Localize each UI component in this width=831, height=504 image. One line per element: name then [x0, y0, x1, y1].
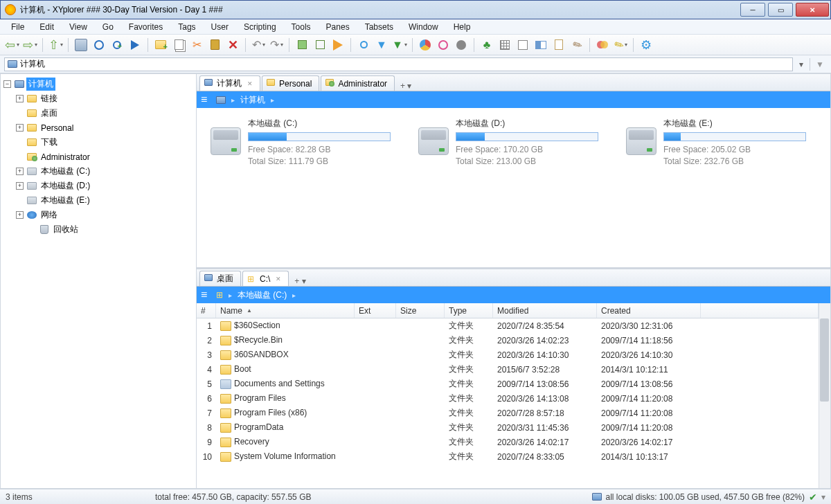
pie-icon[interactable] — [418, 37, 433, 53]
tree-item[interactable]: +本地磁盘 (D:) — [2, 179, 195, 193]
menu-panes[interactable]: Panes — [321, 21, 355, 33]
tree-item[interactable]: +Personal — [2, 120, 195, 135]
address-input[interactable] — [20, 60, 789, 69]
dualpane-icon[interactable] — [533, 37, 548, 53]
breadcrumb-bottom[interactable]: ⊞ ▸ 本地磁盘 (C:) ▸ — [197, 287, 830, 303]
undo-icon[interactable]: ↶ — [251, 37, 266, 53]
nav-up-button[interactable]: ⇧ — [48, 37, 63, 53]
funnel-blue-icon[interactable]: ▼ — [374, 37, 389, 53]
menu-user[interactable]: User — [206, 21, 234, 33]
table-row[interactable]: 3 360SANDBOX 文件夹 2020/3/26 14:10:30 2020… — [197, 348, 819, 362]
menu-scripting[interactable]: Scripting — [238, 21, 282, 33]
drive-item[interactable]: 本地磁盘 (D:) Free Space: 170.20 GBTotal Siz… — [418, 118, 598, 258]
redo-icon[interactable]: ↷ — [269, 37, 284, 53]
paste-icon[interactable] — [207, 37, 222, 53]
cut-icon[interactable]: ✂ — [189, 37, 204, 53]
pizza-icon[interactable] — [330, 37, 346, 53]
drive-icon — [211, 127, 241, 155]
tab[interactable]: ⊞C:\✕ — [242, 271, 289, 286]
delete-icon[interactable]: ✕ — [225, 37, 240, 53]
menu-window[interactable]: Window — [403, 21, 444, 33]
check2-icon[interactable] — [312, 37, 328, 53]
crumb-top-path[interactable]: 计算机 — [240, 94, 265, 106]
table-row[interactable]: 5 Documents and Settings 文件夹 2009/7/14 1… — [197, 377, 819, 391]
circle-icon[interactable] — [454, 37, 469, 53]
tree-icon[interactable]: ♣ — [479, 37, 494, 53]
tree-item[interactable]: 回收站 — [2, 222, 195, 237]
wand-icon[interactable]: ✎ — [613, 37, 628, 53]
breadcrumb-top[interactable]: ▸ 计算机 ▸ — [197, 91, 830, 108]
menu-favorites[interactable]: Favorites — [123, 21, 168, 33]
menu-help[interactable]: Help — [448, 21, 476, 33]
new-folder-icon[interactable] — [153, 37, 168, 53]
menu-view[interactable]: View — [64, 21, 93, 33]
tree-item[interactable]: 下载 — [2, 135, 195, 150]
menu-tabsets[interactable]: Tabsets — [359, 21, 399, 33]
vertical-scrollbar[interactable] — [819, 303, 830, 488]
hamburger-icon[interactable] — [201, 289, 211, 301]
folder-tree[interactable]: − 计算机 +链接桌面+Personal下载Administrator+本地磁盘… — [1, 74, 197, 488]
tab[interactable]: 计算机✕ — [199, 75, 260, 91]
play-icon[interactable] — [127, 37, 143, 53]
funnel-green-icon[interactable]: ▼ — [392, 37, 407, 53]
tab-strip-top: 计算机✕PersonalAdministrator+ ▾ — [197, 74, 830, 91]
computer-icon — [592, 493, 602, 501]
nav-forward-button[interactable]: ⇨ — [22, 37, 37, 53]
preview-icon[interactable] — [73, 37, 89, 53]
menu-file[interactable]: File — [6, 21, 30, 33]
table-row[interactable]: 9 Recovery 文件夹 2020/3/26 14:02:17 2020/3… — [197, 435, 819, 449]
menu-tags[interactable]: Tags — [172, 21, 201, 33]
calendar-icon[interactable] — [515, 37, 530, 53]
table-row[interactable]: 6 Program Files 文件夹 2020/3/26 14:13:08 2… — [197, 391, 819, 406]
check1-icon[interactable] — [294, 37, 310, 53]
drive-item[interactable]: 本地磁盘 (E:) Free Space: 205.02 GBTotal Siz… — [626, 118, 806, 258]
tab[interactable]: Personal — [262, 75, 319, 91]
table-row[interactable]: 4 Boot 文件夹 2015/6/7 3:52:28 2014/3/1 10:… — [197, 362, 819, 377]
tab-strip-bottom: 桌面⊞C:\✕+ ▾ — [197, 269, 830, 287]
tree-item[interactable]: 本地磁盘 (E:) — [2, 193, 195, 208]
filter-icon[interactable]: ▼ — [813, 57, 827, 71]
address-field[interactable] — [4, 57, 793, 71]
list-header[interactable]: # Name▲ Ext Size Type Modified Created — [197, 303, 819, 318]
hamburger-icon[interactable] — [201, 93, 211, 106]
file-list[interactable]: # Name▲ Ext Size Type Modified Created 1… — [197, 303, 830, 488]
tab-add-button[interactable]: + ▾ — [396, 81, 416, 91]
close-button[interactable]: ✕ — [796, 3, 829, 17]
table-row[interactable]: 10 System Volume Information 文件夹 2020/7/… — [197, 449, 819, 464]
tree-root[interactable]: − 计算机 — [2, 77, 195, 91]
drives-panel: 本地磁盘 (C:) Free Space: 82.28 GBTotal Size… — [197, 108, 830, 267]
grid-icon[interactable] — [497, 37, 512, 53]
broom-icon[interactable]: ✎ — [569, 37, 584, 53]
tab[interactable]: 桌面 — [199, 271, 241, 286]
tree-item[interactable]: +链接 — [2, 91, 195, 106]
drive-item[interactable]: 本地磁盘 (C:) Free Space: 82.28 GBTotal Size… — [211, 118, 391, 258]
copy-icon[interactable] — [171, 37, 186, 53]
tab-add-button[interactable]: + ▾ — [290, 276, 310, 286]
tree-item[interactable]: +本地磁盘 (C:) — [2, 164, 195, 179]
file-icon[interactable] — [551, 37, 566, 53]
nav-back-button[interactable]: ⇦ — [4, 37, 19, 53]
zoom-icon[interactable] — [109, 37, 125, 53]
minimize-button[interactable]: ─ — [740, 3, 765, 17]
menu-edit[interactable]: Edit — [34, 21, 60, 33]
table-row[interactable]: 7 Program Files (x86) 文件夹 2020/7/28 8:57… — [197, 406, 819, 420]
maximize-button[interactable]: ▭ — [768, 3, 793, 17]
target-icon[interactable] — [91, 37, 107, 53]
menu-go[interactable]: Go — [97, 21, 119, 33]
status-item-count: 3 items — [6, 492, 144, 502]
tree-item[interactable]: Administrator — [2, 150, 195, 164]
status-dropdown-icon[interactable]: ▾ — [821, 492, 825, 502]
tree-item[interactable]: +网络 — [2, 208, 195, 222]
menu-tools[interactable]: Tools — [286, 21, 316, 33]
search-icon[interactable] — [356, 37, 371, 53]
tree-item[interactable]: 桌面 — [2, 106, 195, 120]
venn-icon[interactable] — [595, 37, 610, 53]
table-row[interactable]: 1 $360Section 文件夹 2020/7/24 8:35:54 2020… — [197, 318, 819, 333]
tab[interactable]: Administrator — [321, 75, 395, 91]
settings-icon[interactable]: ⚙ — [638, 37, 654, 53]
crumb-bottom-path[interactable]: 本地磁盘 (C:) — [238, 289, 287, 301]
address-dropdown[interactable]: ▾ — [796, 60, 807, 69]
spiral-icon[interactable] — [436, 37, 451, 53]
table-row[interactable]: 8 ProgramData 文件夹 2020/3/31 11:45:36 200… — [197, 420, 819, 435]
table-row[interactable]: 2 $Recycle.Bin 文件夹 2020/3/26 14:02:23 20… — [197, 333, 819, 348]
